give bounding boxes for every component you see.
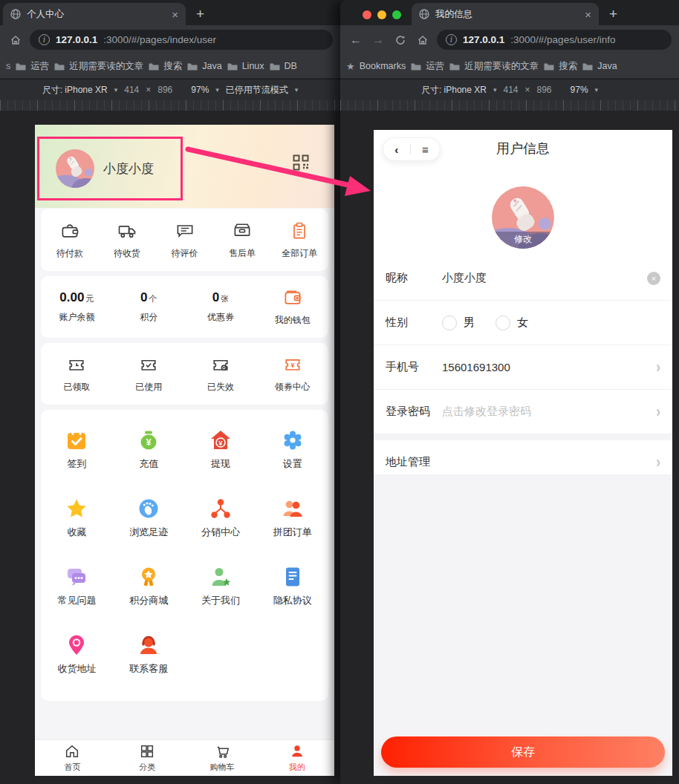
bookmark-folder[interactable]: 搜索: [149, 60, 182, 73]
grid-icon: [139, 743, 155, 760]
service-distribution-center[interactable]: 分销中心: [185, 484, 257, 552]
bookmark-folder[interactable]: Java: [187, 61, 221, 71]
throttle-select[interactable]: 已停用节流模式: [226, 84, 288, 97]
bookmark-folder[interactable]: 近期需要读的文章: [449, 60, 539, 73]
service-faq[interactable]: 常见问题: [41, 552, 113, 621]
coupon-received-item[interactable]: 已领取: [41, 343, 113, 405]
device-toolbar: 尺寸: iPhone XR▾ 414 × 896 97%▾: [340, 79, 679, 100]
service-favorites[interactable]: 收藏: [41, 484, 113, 552]
order-item-pending-delivery[interactable]: 待收货: [98, 209, 155, 271]
new-tab-button[interactable]: +: [196, 6, 204, 22]
forward-button[interactable]: →: [370, 33, 386, 47]
tab-personal-center[interactable]: 个人中心 ×: [3, 3, 186, 25]
maximize-window-icon[interactable]: [392, 10, 401, 19]
order-item-pending-payment[interactable]: 待付款: [41, 209, 98, 271]
device-size-select[interactable]: 尺寸: iPhone XR: [42, 84, 108, 97]
nickname-input[interactable]: 小度小度: [442, 271, 647, 285]
service-privacy-policy[interactable]: 隐私协议: [256, 552, 328, 621]
service-withdraw[interactable]: ¥ 提现: [185, 416, 257, 484]
minimize-window-icon[interactable]: [377, 10, 386, 19]
url-path: :3000/#/pages/user/info: [510, 34, 615, 45]
home-button-icon[interactable]: [415, 34, 431, 46]
viewport-height[interactable]: 896: [157, 85, 172, 95]
dropdown-caret-icon: ▾: [493, 86, 497, 94]
bookmark-folder[interactable]: 近期需要读的文章: [54, 60, 143, 73]
service-recharge[interactable]: ¥ 充值: [113, 416, 185, 484]
clear-input-icon[interactable]: ×: [647, 272, 660, 285]
home-button-icon[interactable]: [7, 34, 24, 46]
page-title: 用户信息: [374, 140, 672, 157]
money-bag-icon: ¥: [137, 429, 160, 451]
service-points-mall[interactable]: 积分商城: [113, 552, 185, 621]
service-settings[interactable]: 设置: [256, 416, 328, 484]
reload-button-icon[interactable]: [392, 34, 409, 45]
my-wallet-item[interactable]: 我的钱包: [256, 276, 328, 338]
tab-categories[interactable]: 分类: [110, 740, 185, 776]
service-browsing-history[interactable]: 浏览足迹: [113, 484, 185, 552]
page-background: [374, 474, 672, 776]
address-bar[interactable]: i 127.0.0.1:3000/#/pages/index/user: [30, 30, 333, 50]
bookmark-folder[interactable]: Linux: [227, 61, 264, 71]
tab-home[interactable]: 首页: [35, 740, 110, 776]
close-window-icon[interactable]: [363, 10, 371, 19]
bookmark-folder[interactable]: 搜索: [544, 60, 577, 73]
phone-row[interactable]: 手机号 15601691300 ›: [374, 345, 672, 390]
page-info-icon[interactable]: i: [446, 34, 457, 45]
bookmark-folder[interactable]: DB: [270, 61, 297, 71]
gender-male-option[interactable]: 男: [442, 316, 475, 330]
coupon-expired-label: 已失效: [207, 381, 234, 393]
tab-my-info[interactable]: 我的信息 ×: [412, 3, 599, 25]
order-item-pending-review[interactable]: 待评价: [156, 209, 213, 271]
zoom-select[interactable]: 97%: [571, 85, 588, 95]
viewport-width[interactable]: 414: [124, 85, 139, 95]
customer-service-icon: [137, 634, 160, 656]
viewport-height[interactable]: 896: [537, 85, 552, 95]
bookmark-folder[interactable]: 运营: [16, 60, 49, 73]
avatar-edit[interactable]: 修改: [492, 186, 554, 249]
coupon-count-label: 优惠券: [207, 311, 234, 324]
service-shipping-address[interactable]: 收货地址: [41, 621, 113, 689]
tab-label: 我的: [289, 762, 305, 773]
service-label: 拼团订单: [273, 526, 312, 539]
order-item-after-sale[interactable]: 售后单: [213, 209, 270, 271]
tab-close-icon[interactable]: ×: [585, 8, 591, 21]
star-icon: [65, 497, 88, 520]
zoom-select[interactable]: 97%: [191, 85, 209, 95]
bookmark-partial[interactable]: s: [6, 61, 10, 71]
service-contact-support[interactable]: 联系客服: [113, 621, 185, 689]
password-row[interactable]: 登录密码 点击修改登录密码 ›: [374, 390, 672, 434]
gear-icon: [282, 429, 304, 451]
order-item-all-orders[interactable]: 全部订单: [271, 209, 328, 271]
viewport-width[interactable]: 414: [503, 85, 518, 95]
device-size-select[interactable]: 尺寸: iPhone XR: [421, 84, 487, 97]
back-button[interactable]: ←: [348, 33, 364, 47]
bookmark-folder[interactable]: Java: [582, 61, 617, 71]
page-info-icon[interactable]: i: [39, 34, 50, 45]
service-group-orders[interactable]: 拼团订单: [256, 484, 328, 552]
svg-text:¥: ¥: [290, 361, 295, 369]
coupon-expired-item[interactable]: 已失效: [185, 343, 257, 405]
clipboard-icon: [289, 220, 310, 241]
bookmark-folder[interactable]: 运营: [411, 60, 444, 73]
gender-female-option[interactable]: 女: [496, 316, 528, 330]
points-item[interactable]: 0个 积分: [113, 276, 185, 338]
coupon-used-item[interactable]: 已使用: [113, 343, 185, 405]
service-about-us[interactable]: 关于我们: [185, 552, 257, 621]
tab-label: 首页: [64, 762, 80, 773]
tab-mine[interactable]: 我的: [259, 740, 334, 776]
coupon-center-item[interactable]: ¥ 领券中心: [256, 343, 328, 405]
bookmarks-menu[interactable]: ★Bookmarks: [346, 61, 406, 72]
radio-male[interactable]: [442, 316, 457, 330]
phone-label: 手机号: [386, 360, 432, 374]
service-checkin[interactable]: 签到: [41, 416, 113, 484]
radio-female[interactable]: [496, 316, 510, 330]
coupon-count-item[interactable]: 0张 优惠券: [185, 276, 257, 338]
balance-item[interactable]: 0.00元 账户余额: [41, 276, 113, 338]
avatar-edit-label[interactable]: 修改: [492, 232, 554, 249]
address-bar[interactable]: i 127.0.0.1:3000/#/pages/user/info: [437, 30, 672, 50]
tab-cart[interactable]: 购物车: [185, 740, 260, 776]
tab-close-icon[interactable]: ×: [172, 8, 178, 21]
qr-code-icon[interactable]: [293, 154, 309, 171]
new-tab-button[interactable]: +: [609, 6, 617, 22]
save-button[interactable]: 保存: [381, 736, 665, 768]
